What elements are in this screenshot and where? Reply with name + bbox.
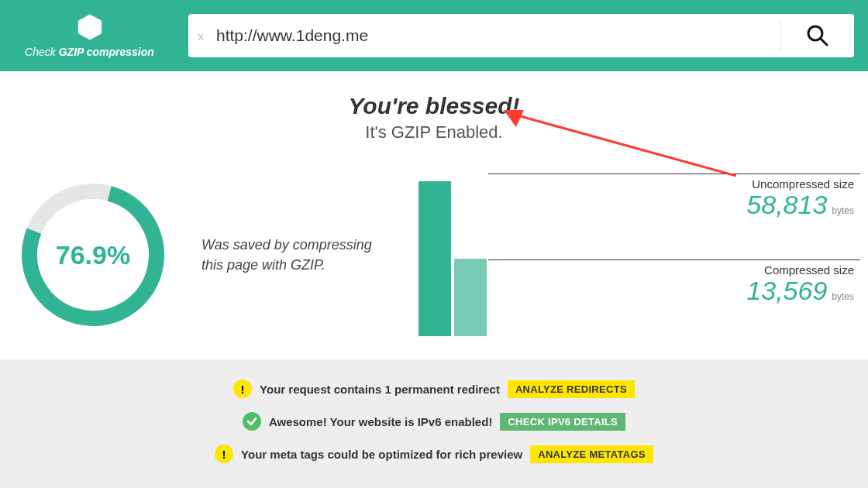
bar-uncompressed — [418, 181, 451, 336]
svg-line-2 — [821, 39, 827, 45]
size-bars — [418, 174, 488, 336]
logo-text: Check GZIP compression — [25, 46, 154, 58]
logo: Check GZIP compression — [14, 13, 165, 58]
search-icon — [805, 23, 830, 48]
logo-bold: GZIP compression — [59, 46, 154, 58]
compressed-unit: bytes — [832, 291, 854, 302]
savings-ring: 76.9% — [16, 177, 170, 332]
clear-input-icon[interactable]: x — [188, 29, 213, 43]
headline-title: You're blessed! — [0, 93, 868, 119]
notice-ipv6: Awesome! Your website is IPv6 enabled! C… — [243, 412, 625, 431]
url-input[interactable] — [213, 14, 780, 57]
hexagon-icon — [76, 13, 104, 41]
compressed-label: Compressed size — [488, 263, 854, 277]
compressed-block: Compressed size 13,569bytes — [488, 259, 860, 305]
uncompressed-unit: bytes — [832, 205, 854, 216]
svg-marker-0 — [78, 14, 101, 40]
annotation-arrow-icon — [504, 110, 736, 187]
savings-percent: 76.9% — [16, 177, 170, 332]
warning-icon: ! — [233, 380, 252, 398]
bar-compressed — [454, 259, 487, 336]
headline-area: You're blessed! It's GZIP Enabled. — [0, 93, 868, 143]
notice-msg: Awesome! Your website is IPv6 enabled! — [269, 415, 492, 428]
warning-icon: ! — [215, 445, 233, 463]
search-button[interactable] — [781, 14, 854, 57]
check-icon — [243, 412, 261, 431]
check-ipv6-button[interactable]: CHECK IPV6 DETAILS — [500, 413, 625, 431]
notice-redirect: ! Your request contains 1 permanent redi… — [233, 380, 635, 398]
notices-area: ! Your request contains 1 permanent redi… — [0, 359, 868, 488]
notice-msg: Your request contains 1 permanent redire… — [260, 383, 500, 396]
analyze-metatags-button[interactable]: ANALYZE METATAGS — [530, 445, 653, 463]
results-area: 76.9% Was saved by compressing this page… — [0, 174, 868, 336]
search-bar: x — [188, 14, 854, 57]
header: Check GZIP compression x — [0, 0, 868, 71]
notice-msg: Your meta tags could be optimized for ri… — [241, 448, 522, 461]
logo-prefix: Check — [25, 46, 59, 58]
analyze-redirects-button[interactable]: ANALYZE REDIRECTS — [508, 380, 635, 398]
compressed-value: 13,569 — [746, 276, 827, 305]
headline-subtitle: It's GZIP Enabled. — [0, 122, 868, 143]
svg-line-3 — [515, 115, 736, 176]
svg-marker-4 — [504, 110, 524, 127]
uncompressed-value: 58,813 — [746, 190, 827, 219]
size-values: Uncompressed size 58,813bytes Compressed… — [488, 174, 860, 336]
savings-caption: Was saved by compressing this page with … — [202, 235, 395, 275]
notice-metatags: ! Your meta tags could be optimized for … — [215, 445, 653, 463]
